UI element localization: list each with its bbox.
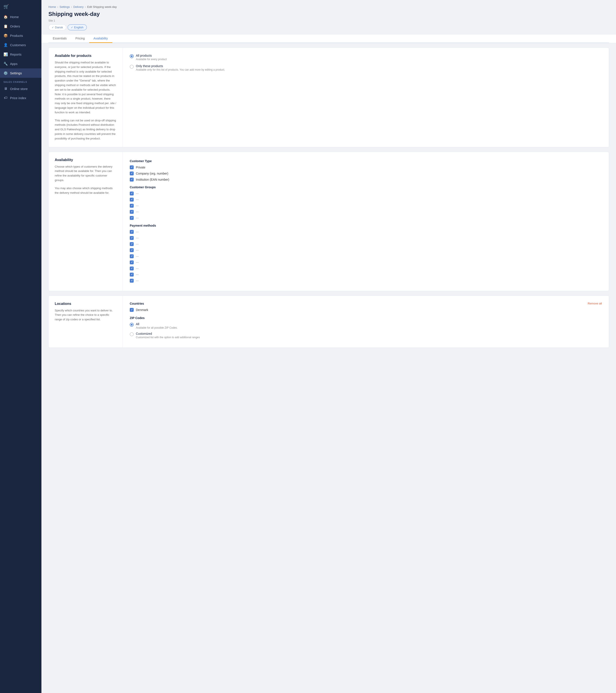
availability-title: Availability xyxy=(55,158,116,162)
payment-methods-title: Payment methods xyxy=(130,224,602,227)
checkbox-institution-box xyxy=(130,178,134,181)
checkbox-label: Institution (EAN number) xyxy=(136,178,169,181)
checkbox-cg2[interactable]: --- xyxy=(130,198,602,202)
radio-label-title: Only these products xyxy=(136,64,225,68)
sidebar-item-customers[interactable]: 👤 Customers xyxy=(0,40,41,50)
countries-title: Countries xyxy=(130,302,144,305)
available-products-desc2: This setting can not be used on drop-off… xyxy=(55,118,116,141)
checkbox-label: --- xyxy=(136,192,139,195)
checkbox-cg2-box xyxy=(130,198,134,202)
availability-card: Availability Choose which types of custo… xyxy=(49,152,609,291)
dansk-check-icon: ✓ xyxy=(52,26,54,29)
zip-all-option[interactable]: All Available for all possible ZIP Codes… xyxy=(130,322,602,329)
checkbox-pm5[interactable]: --- xyxy=(130,254,602,258)
card-left-availability: Availability Choose which types of custo… xyxy=(49,152,123,291)
sidebar: 🛒 🏠 Home 📋 Orders 📦 Products 👤 Customers… xyxy=(0,0,41,693)
nav-tabs: Essentials Pricing Availability xyxy=(49,35,609,43)
radio-label-sub: Available for every product xyxy=(136,58,167,61)
checkbox-institution[interactable]: Institution (EAN number) xyxy=(130,178,602,181)
breadcrumb-settings[interactable]: Settings xyxy=(59,5,70,8)
radio-all-products[interactable]: All products Available for every product xyxy=(130,54,602,61)
sidebar-item-label: Home xyxy=(10,15,19,19)
locations-title: Locations xyxy=(55,302,116,306)
radio-label-title: All products xyxy=(136,54,167,57)
breadcrumb-home[interactable]: Home xyxy=(49,5,56,8)
checkbox-label: Private xyxy=(136,166,146,169)
checkbox-pm4-box xyxy=(130,248,134,252)
checkbox-pm9[interactable]: --- xyxy=(130,279,602,283)
radio-all-products-text: All products Available for every product xyxy=(136,54,167,61)
sidebar-item-reports[interactable]: 📊 Reports xyxy=(0,50,41,59)
orders-icon: 📋 xyxy=(3,24,8,28)
sidebar-item-label: Settings xyxy=(10,71,22,75)
checkbox-pm4[interactable]: --- xyxy=(130,248,602,252)
sidebar-item-home[interactable]: 🏠 Home xyxy=(0,12,41,22)
zip-codes-section: ZIP Codes All Available for all possible… xyxy=(130,316,602,339)
sidebar-item-label: Apps xyxy=(10,62,17,65)
checkbox-company-box xyxy=(130,172,134,175)
sidebar-item-label: Online store xyxy=(10,87,28,91)
checkbox-label: Company (org. number) xyxy=(136,172,168,175)
checkbox-company[interactable]: Company (org. number) xyxy=(130,172,602,175)
checkbox-pm7[interactable]: --- xyxy=(130,266,602,271)
checkbox-pm8-box xyxy=(130,273,134,277)
tab-pricing[interactable]: Pricing xyxy=(71,35,89,43)
radio-only-these-products[interactable]: Only these products Available only for t… xyxy=(130,64,602,71)
checkbox-denmark[interactable]: Denmark xyxy=(130,308,602,312)
checkbox-pm2[interactable]: --- xyxy=(130,236,602,240)
sidebar-item-online-store[interactable]: 🖥 Online store xyxy=(0,84,41,93)
lang-tab-dansk[interactable]: ✓ Dansk xyxy=(49,24,66,30)
lang-tab-label: English xyxy=(74,26,83,29)
checkbox-label: --- xyxy=(136,255,139,258)
sidebar-item-orders[interactable]: 📋 Orders xyxy=(0,22,41,31)
radio-only-these-indicator xyxy=(130,65,134,68)
zip-customized-sublabel: Customized list with the option to add a… xyxy=(136,336,200,339)
locations-desc: Specify which countries you want to deli… xyxy=(55,309,116,322)
checkbox-cg1[interactable]: --- xyxy=(130,192,602,196)
zip-all-text: All Available for all possible ZIP Codes… xyxy=(136,322,178,329)
checkbox-label: --- xyxy=(136,198,139,201)
sidebar-item-apps[interactable]: 🔧 Apps xyxy=(0,59,41,68)
checkbox-pm8[interactable]: --- xyxy=(130,273,602,277)
nav-tabs-container: Essentials Pricing Availability xyxy=(41,34,616,43)
checkbox-cg1-box xyxy=(130,192,134,196)
checkbox-pm9-box xyxy=(130,279,134,283)
tab-availability[interactable]: Availability xyxy=(89,35,112,43)
sidebar-item-settings[interactable]: ⚙️ Settings xyxy=(0,68,41,78)
checkbox-pm6[interactable]: --- xyxy=(130,260,602,264)
checkbox-pm1[interactable]: --- xyxy=(130,230,602,234)
availability-desc1: Choose which types of customers the deli… xyxy=(55,164,116,183)
checkbox-pm5-box xyxy=(130,254,134,258)
english-check-icon: ✓ xyxy=(71,26,73,29)
zip-codes-title: ZIP Codes xyxy=(130,316,602,320)
online-store-icon: 🖥 xyxy=(3,87,8,91)
reports-icon: 📊 xyxy=(3,52,8,56)
zip-customized-label: Customized xyxy=(136,332,200,335)
checkbox-private[interactable]: Private xyxy=(130,165,602,169)
products-icon: 📦 xyxy=(3,34,8,38)
available-products-title: Available for products xyxy=(55,54,116,58)
tab-essentials[interactable]: Essentials xyxy=(49,35,71,43)
sidebar-item-price-index[interactable]: 🏷 Price index xyxy=(0,93,41,102)
checkbox-cg5[interactable]: --- xyxy=(130,216,602,220)
checkbox-denmark-box xyxy=(130,308,134,312)
checkbox-label: --- xyxy=(136,210,139,213)
sidebar-item-products[interactable]: 📦 Products xyxy=(0,31,41,40)
checkbox-label: --- xyxy=(136,204,139,207)
settings-icon: ⚙️ xyxy=(3,71,8,75)
lang-tab-english[interactable]: ✓ English xyxy=(68,24,87,30)
checkbox-pm3[interactable]: --- xyxy=(130,242,602,246)
breadcrumb-delivery[interactable]: Delivery xyxy=(73,5,83,8)
zip-customized-option[interactable]: Customized Customized list with the opti… xyxy=(130,332,602,339)
card-right-availability: Customer Type Private Company (org. numb… xyxy=(123,152,609,291)
sidebar-item-label: Customers xyxy=(10,43,26,47)
language-tabs: ✓ Dansk ✓ English xyxy=(49,24,609,30)
checkbox-cg3[interactable]: --- xyxy=(130,204,602,208)
sidebar-navigation: 🏠 Home 📋 Orders 📦 Products 👤 Customers 📊… xyxy=(0,12,41,693)
page-title: Shipping week-day xyxy=(49,11,609,17)
checkbox-cg4[interactable]: --- xyxy=(130,210,602,214)
home-icon: 🏠 xyxy=(3,15,8,19)
checkbox-label: --- xyxy=(136,249,139,252)
card-left-locations: Locations Specify which countries you wa… xyxy=(49,296,123,348)
remove-all-link[interactable]: Remove all xyxy=(588,302,602,305)
